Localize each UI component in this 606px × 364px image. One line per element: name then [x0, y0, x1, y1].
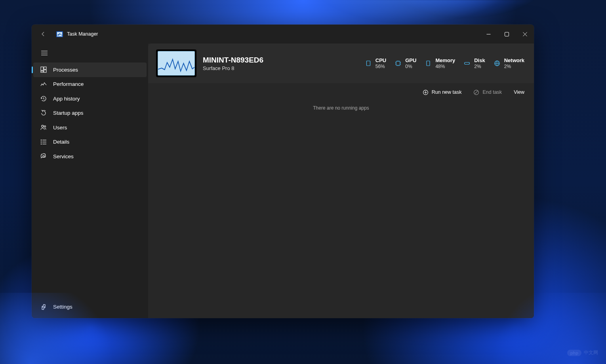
watermark-cn: 中文网 — [584, 349, 598, 356]
svg-rect-10 — [44, 67, 46, 69]
watermark-php: php — [567, 350, 581, 356]
stat-label: Disk — [474, 57, 485, 63]
gpu-icon — [395, 60, 401, 66]
stat-gpu[interactable]: GPU 0% — [395, 57, 416, 69]
perf-thumbnail — [156, 49, 196, 77]
sidebar: Processes Performance App history Startu… — [32, 44, 148, 318]
svg-rect-34 — [465, 63, 470, 64]
history-icon — [40, 95, 47, 102]
cpu-icon — [365, 60, 372, 66]
services-icon — [40, 153, 47, 159]
stat-label: GPU — [405, 57, 416, 63]
stat-network[interactable]: Network 2% — [494, 57, 524, 69]
users-icon — [40, 124, 47, 131]
back-arrow-icon — [40, 31, 46, 37]
stat-value: 2% — [504, 64, 524, 69]
watermark: php 中文网 — [567, 349, 598, 356]
performance-icon — [40, 81, 47, 87]
sidebar-item-label: App history — [53, 96, 80, 102]
memory-icon — [425, 60, 431, 66]
app-title: Task Manager — [67, 31, 98, 37]
task-manager-window: Task Manager Processes — [32, 25, 534, 318]
svg-rect-23 — [366, 61, 370, 66]
svg-point-14 — [44, 126, 46, 127]
sidebar-item-services[interactable]: Services — [33, 149, 147, 164]
empty-message: There are no running apps — [313, 105, 369, 318]
hamburger-icon — [41, 51, 48, 55]
view-button[interactable]: View — [511, 85, 527, 99]
svg-rect-3 — [505, 32, 509, 36]
stat-memory[interactable]: Memory 48% — [425, 57, 455, 69]
sidebar-item-label: Performance — [53, 81, 84, 87]
sidebar-item-startup-apps[interactable]: Startup apps — [33, 106, 147, 121]
disk-icon — [464, 60, 470, 66]
svg-rect-9 — [41, 67, 43, 70]
end-task-button[interactable]: End task — [471, 85, 504, 99]
settings-icon — [40, 304, 47, 310]
main-panel: MININT-N893ED6 Surface Pro 8 CPU 56% — [148, 44, 534, 318]
sidebar-item-app-history[interactable]: App history — [33, 91, 147, 106]
stat-value: 48% — [435, 64, 455, 69]
stat-label: Network — [504, 57, 524, 63]
back-button[interactable] — [37, 25, 49, 44]
svg-rect-24 — [396, 61, 400, 65]
svg-point-19 — [41, 144, 41, 144]
prohibit-icon — [473, 89, 479, 95]
svg-rect-12 — [44, 70, 46, 72]
machine-name: MININT-N893ED6 — [203, 56, 263, 64]
details-icon — [40, 139, 47, 145]
svg-point-13 — [42, 125, 44, 127]
stat-cpu[interactable]: CPU 56% — [365, 57, 386, 69]
sidebar-item-processes[interactable]: Processes — [33, 63, 147, 77]
sidebar-item-label: Users — [53, 125, 67, 131]
sidebar-item-label: Details — [53, 139, 69, 145]
summary-header: MININT-N893ED6 Surface Pro 8 CPU 56% — [148, 44, 534, 83]
app-icon — [56, 31, 63, 37]
svg-rect-33 — [427, 61, 430, 66]
plus-circle-icon — [423, 89, 429, 95]
svg-line-42 — [475, 91, 478, 94]
run-new-task-button[interactable]: Run new task — [420, 85, 464, 99]
hamburger-button[interactable] — [36, 46, 52, 60]
process-list: There are no running apps — [148, 101, 534, 318]
sidebar-item-users[interactable]: Users — [33, 120, 147, 135]
maximize-button[interactable] — [497, 25, 516, 44]
svg-point-17 — [41, 142, 41, 142]
desktop-wallpaper: Task Manager Processes — [0, 0, 606, 364]
processes-icon — [40, 66, 47, 73]
close-button[interactable] — [516, 25, 534, 44]
button-label: View — [514, 89, 524, 95]
sidebar-item-details[interactable]: Details — [33, 135, 147, 150]
button-label: Run new task — [432, 89, 462, 95]
device-model: Surface Pro 8 — [203, 65, 263, 71]
stat-value: 0% — [405, 64, 416, 69]
sidebar-item-settings[interactable]: Settings — [33, 300, 147, 315]
stat-label: Memory — [435, 57, 455, 63]
svg-point-21 — [43, 155, 44, 157]
minimize-icon — [486, 32, 491, 36]
sidebar-item-label: Startup apps — [53, 110, 84, 116]
toolbar: Run new task End task View — [148, 83, 534, 101]
sidebar-item-performance[interactable]: Performance — [33, 77, 147, 92]
svg-point-15 — [41, 140, 41, 140]
sidebar-item-label: Services — [53, 154, 74, 159]
stat-value: 56% — [375, 64, 386, 69]
stat-label: CPU — [375, 57, 386, 63]
startup-icon — [40, 110, 47, 116]
minimize-button[interactable] — [479, 25, 497, 44]
network-icon — [494, 60, 500, 66]
sidebar-item-label: Processes — [53, 67, 78, 73]
svg-rect-11 — [41, 71, 43, 72]
close-icon — [523, 32, 527, 36]
titlebar: Task Manager — [32, 25, 534, 44]
sidebar-item-label: Settings — [53, 304, 72, 310]
button-label: End task — [482, 89, 502, 95]
stat-disk[interactable]: Disk 2% — [464, 57, 485, 69]
maximize-icon — [505, 32, 509, 36]
stat-value: 2% — [474, 64, 485, 69]
